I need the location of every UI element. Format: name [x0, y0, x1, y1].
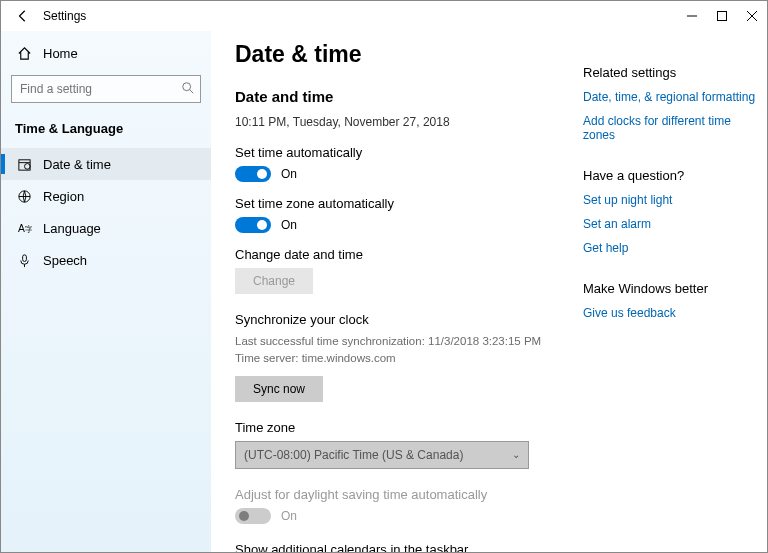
- nav-speech[interactable]: Speech: [1, 244, 211, 276]
- change-button: Change: [235, 268, 313, 294]
- auto-time-toggle[interactable]: [235, 166, 271, 182]
- addcal-label: Show additional calendars in the taskbar: [235, 542, 553, 553]
- nav-home-label: Home: [43, 46, 78, 61]
- change-dt-label: Change date and time: [235, 247, 553, 262]
- link-feedback[interactable]: Give us feedback: [583, 306, 757, 320]
- auto-time-state: On: [281, 167, 297, 181]
- related-settings-head: Related settings: [583, 65, 757, 80]
- clock-icon: [15, 157, 33, 172]
- svg-rect-1: [718, 12, 727, 21]
- dst-label: Adjust for daylight saving time automati…: [235, 487, 553, 502]
- link-regional-formatting[interactable]: Date, time, & regional formatting: [583, 90, 757, 104]
- main-content: Date & time Date and time 10:11 PM, Tues…: [211, 31, 577, 552]
- svg-rect-12: [22, 254, 26, 261]
- dst-toggle: [235, 508, 271, 524]
- nav-date-time[interactable]: Date & time: [1, 148, 211, 180]
- sync-now-button[interactable]: Sync now: [235, 376, 323, 402]
- current-datetime: 10:11 PM, Tuesday, November 27, 2018: [235, 115, 553, 129]
- maximize-icon: [717, 11, 727, 21]
- sidebar: Home Time & Language Date & time Region …: [1, 31, 211, 552]
- window-title: Settings: [43, 9, 86, 23]
- nav-item-label: Language: [43, 221, 101, 236]
- globe-icon: [15, 189, 33, 204]
- minimize-button[interactable]: [677, 1, 707, 31]
- tz-label: Time zone: [235, 420, 553, 435]
- svg-text:字: 字: [24, 224, 32, 234]
- better-head: Make Windows better: [583, 281, 757, 296]
- sync-server: Time server: time.windows.com: [235, 352, 396, 364]
- link-get-help[interactable]: Get help: [583, 241, 757, 255]
- maximize-button[interactable]: [707, 1, 737, 31]
- timezone-value: (UTC-08:00) Pacific Time (US & Canada): [244, 448, 463, 462]
- auto-tz-state: On: [281, 218, 297, 232]
- language-icon: A字: [15, 221, 33, 236]
- link-set-alarm[interactable]: Set an alarm: [583, 217, 757, 231]
- svg-point-4: [183, 83, 191, 91]
- svg-line-5: [190, 90, 194, 94]
- question-head: Have a question?: [583, 168, 757, 183]
- auto-tz-label: Set time zone automatically: [235, 196, 553, 211]
- home-icon: [15, 46, 33, 61]
- link-night-light[interactable]: Set up night light: [583, 193, 757, 207]
- sync-title: Synchronize your clock: [235, 312, 553, 327]
- page-title: Date & time: [235, 41, 553, 68]
- dst-state: On: [281, 509, 297, 523]
- auto-tz-toggle[interactable]: [235, 217, 271, 233]
- svg-point-8: [24, 163, 30, 169]
- nav-region[interactable]: Region: [1, 180, 211, 212]
- right-pane: Related settings Date, time, & regional …: [577, 31, 767, 552]
- link-add-clocks[interactable]: Add clocks for different time zones: [583, 114, 757, 142]
- search-icon: [181, 81, 195, 95]
- nav-item-label: Region: [43, 189, 84, 204]
- timezone-dropdown: (UTC-08:00) Pacific Time (US & Canada) ⌄: [235, 441, 529, 469]
- nav-item-label: Date & time: [43, 157, 111, 172]
- microphone-icon: [15, 253, 33, 268]
- sidebar-section: Time & Language: [1, 115, 211, 148]
- back-button[interactable]: [13, 9, 33, 23]
- close-icon: [747, 11, 757, 21]
- minimize-icon: [687, 11, 697, 21]
- close-button[interactable]: [737, 1, 767, 31]
- nav-language[interactable]: A字 Language: [1, 212, 211, 244]
- chevron-down-icon: ⌄: [512, 449, 520, 460]
- nav-home[interactable]: Home: [1, 37, 211, 69]
- subsection-title: Date and time: [235, 88, 553, 105]
- sync-last: Last successful time synchronization: 11…: [235, 335, 541, 347]
- search-input[interactable]: [11, 75, 201, 103]
- nav-item-label: Speech: [43, 253, 87, 268]
- arrow-left-icon: [16, 9, 30, 23]
- auto-time-label: Set time automatically: [235, 145, 553, 160]
